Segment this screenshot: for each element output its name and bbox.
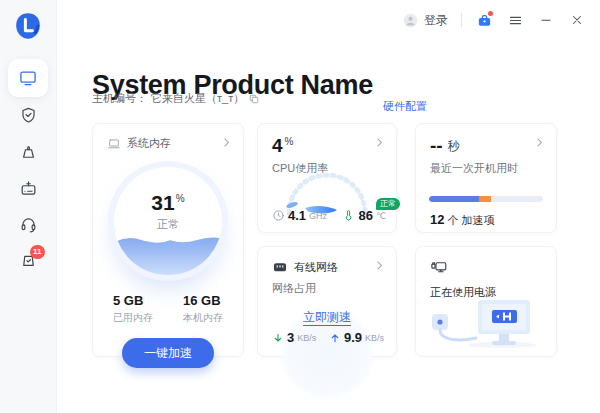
network-card: 有线网络 网络占用 立即测速 3 KB/s 9.9 KB/s [257,246,397,357]
drive-plus-icon [19,179,38,198]
copy-icon[interactable] [248,93,260,105]
cpu-frequency: 4.1 GHz [272,208,327,223]
cpu-freq-value: 4.1 [288,208,306,223]
memory-status: 正常 [157,217,179,232]
power-card: 正在使用电源 [415,246,557,357]
sidebar-item-home[interactable] [8,59,48,97]
memory-icon [107,137,121,151]
titlebar: 登录 [402,10,586,30]
cpu-card: 4 % CPU使用率 4.1 GHz 86 ℃ [257,123,397,233]
network-upload: 9.9 KB/s [329,330,384,345]
boot-count-value: 12 [430,212,444,227]
network-download: 3 KB/s [272,330,316,345]
hamburger-icon [508,13,523,28]
cpu-temp-value: 86 [358,208,372,223]
host-id-value: 它来自火星（т_т） [151,91,244,106]
network-card-label: 网络占用 [258,275,396,296]
down-arrow-icon [272,332,284,344]
boot-progress-bar [429,196,543,202]
host-id-row: 主机编号： 它来自火星（т_т） [92,91,260,106]
sidebar-item-cleanup[interactable] [8,133,48,171]
memory-gauge: 31 % 正常 [114,167,222,275]
boot-unit: 秒 [448,140,460,152]
minimize-button[interactable] [537,11,555,29]
headset-icon [19,215,38,234]
network-detail-chevron[interactable] [373,259,386,272]
menu-button[interactable] [506,11,524,29]
clean-brush-icon [19,143,38,162]
power-monitor-icon [430,259,448,277]
boot-progress-primary [429,196,479,202]
host-id-label: 主机编号： [92,91,147,106]
boot-progress-secondary [479,196,490,202]
cpu-usage-value: 4 [272,136,283,155]
hardware-config-link[interactable]: 硬件配置 [383,99,427,114]
monitor-icon [18,68,38,88]
memory-total-label: 本机内存 [183,311,223,325]
sidebar-item-store[interactable]: 11 [8,240,48,278]
cpu-temp-unit: ℃ [376,211,386,221]
clock-icon [272,209,285,222]
thermometer-icon [342,209,355,222]
boot-card-label: 最近一次开机用时 [416,155,556,176]
cpu-temp-status-badge: 正常 [376,198,400,210]
store-badge: 11 [30,245,44,259]
boot-detail-chevron[interactable] [533,136,546,149]
memory-card: 系统内存 31 % 正常 [92,123,244,357]
boot-items-count: 12 个 加速项 [430,212,495,228]
memory-stats: 5 GB 已用内存 16 GB 本机内存 [93,293,243,325]
memory-detail-chevron[interactable] [220,136,233,149]
cpu-freq-unit: GHz [309,211,327,221]
boost-button[interactable]: 一键加速 [122,338,214,368]
chevron-right-icon [220,136,233,149]
up-arrow-icon [329,332,341,344]
power-illustration [424,292,548,350]
memory-percent-value: 31 [151,191,174,215]
memory-used-label: 已用内存 [113,311,153,325]
memory-total-value: 16 GB [183,293,223,308]
boot-value: -- [430,136,443,155]
download-value: 3 [287,330,294,345]
login-button[interactable]: 登录 [402,12,448,29]
upload-value: 9.9 [344,330,362,345]
boot-count-label: 个 加速项 [444,214,494,226]
sidebar-item-toolbox[interactable] [8,169,48,207]
upload-unit: KB/s [365,333,384,343]
memory-used-value: 5 GB [113,293,153,308]
cpu-detail-chevron[interactable] [373,136,386,149]
close-button[interactable] [568,11,586,29]
close-icon [570,13,584,27]
titlebar-divider [461,13,462,27]
memory-percent-unit: % [176,193,185,204]
cpu-usage-unit: % [285,137,294,147]
network-card-title: 有线网络 [294,260,338,275]
shield-check-icon [19,106,38,125]
minimize-icon [539,13,553,27]
memory-card-title: 系统内存 [127,136,171,151]
sidebar-item-support[interactable] [8,205,48,243]
chevron-right-icon [373,259,386,272]
cpu-temperature: 86 ℃ 正常 [342,208,386,223]
avatar-icon [402,12,419,29]
chevron-right-icon [533,136,546,149]
boot-time-card: -- 秒 最近一次开机用时 12 个 加速项 [415,123,557,233]
member-center-button[interactable] [475,11,493,29]
chevron-right-icon [373,136,386,149]
login-label: 登录 [424,12,448,29]
notification-dot [488,11,493,16]
speedtest-link[interactable]: 立即测速 [303,310,351,326]
sidebar-item-security[interactable] [8,96,48,134]
ethernet-icon [272,259,288,275]
app-logo-icon [14,12,42,40]
sidebar: 11 [0,0,57,413]
download-unit: KB/s [297,333,316,343]
